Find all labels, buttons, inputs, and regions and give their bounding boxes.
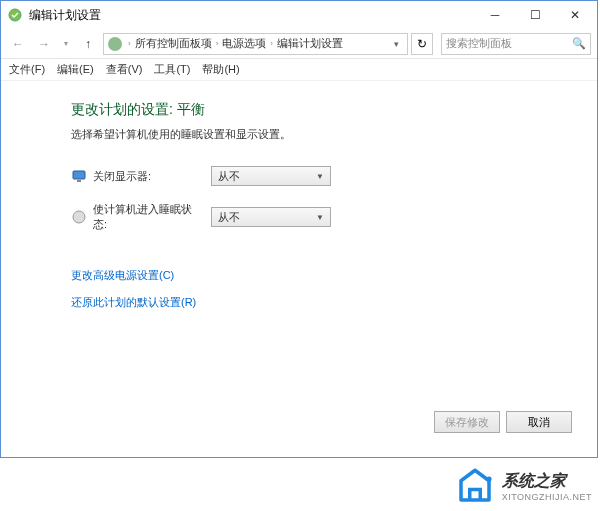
nav-forward-button[interactable]: → [33, 33, 55, 55]
display-row: 关闭显示器: 从不 ▼ [71, 166, 597, 186]
search-icon: 🔍 [572, 37, 586, 50]
svg-point-3 [73, 211, 85, 223]
chevron-down-icon[interactable]: ▾ [394, 39, 403, 49]
display-dropdown[interactable]: 从不 ▼ [211, 166, 331, 186]
refresh-button[interactable]: ↻ [411, 33, 433, 55]
button-bar: 保存修改 取消 [434, 411, 572, 433]
breadcrumb[interactable]: › 所有控制面板项 › 电源选项 › 编辑计划设置 ▾ [103, 33, 408, 55]
advanced-settings-link[interactable]: 更改高级电源设置(C) [71, 268, 597, 283]
window: 编辑计划设置 ─ ☐ ✕ ← → ▾ ↑ › 所有控制面板项 › 电源选项 › … [0, 0, 598, 458]
app-icon [7, 7, 23, 23]
sleep-value: 从不 [218, 210, 240, 225]
menu-view[interactable]: 查看(V) [106, 62, 143, 77]
window-title: 编辑计划设置 [29, 7, 101, 24]
minimize-button[interactable]: ─ [475, 2, 515, 28]
watermark-logo-icon [454, 465, 496, 507]
chevron-right-icon: › [128, 39, 131, 48]
sleep-label: 使计算机进入睡眠状态: [93, 202, 203, 232]
breadcrumb-item[interactable]: 电源选项 [222, 36, 266, 51]
menu-help[interactable]: 帮助(H) [202, 62, 239, 77]
menu-tools[interactable]: 工具(T) [154, 62, 190, 77]
breadcrumb-item[interactable]: 所有控制面板项 [135, 36, 212, 51]
svg-point-4 [486, 476, 491, 481]
chevron-right-icon: › [216, 39, 219, 48]
menu-file[interactable]: 文件(F) [9, 62, 45, 77]
control-panel-icon [108, 37, 122, 51]
svg-rect-2 [77, 180, 81, 182]
svg-rect-1 [73, 171, 85, 179]
titlebar: 编辑计划设置 ─ ☐ ✕ [1, 1, 597, 29]
moon-icon [71, 209, 87, 225]
menu-edit[interactable]: 编辑(E) [57, 62, 94, 77]
display-label: 关闭显示器: [93, 169, 203, 184]
display-value: 从不 [218, 169, 240, 184]
nav-up-button[interactable]: ↑ [77, 33, 99, 55]
breadcrumb-item[interactable]: 编辑计划设置 [277, 36, 343, 51]
chevron-right-icon: › [270, 39, 273, 48]
search-input[interactable]: 搜索控制面板 🔍 [441, 33, 591, 55]
menubar: 文件(F) 编辑(E) 查看(V) 工具(T) 帮助(H) [1, 59, 597, 81]
watermark-url: XITONGZHIJIA.NET [502, 492, 592, 502]
chevron-down-icon: ▼ [316, 213, 324, 222]
restore-defaults-link[interactable]: 还原此计划的默认设置(R) [71, 295, 597, 310]
monitor-icon [71, 168, 87, 184]
sleep-dropdown[interactable]: 从不 ▼ [211, 207, 331, 227]
search-placeholder: 搜索控制面板 [446, 36, 512, 51]
cancel-button[interactable]: 取消 [506, 411, 572, 433]
close-button[interactable]: ✕ [555, 2, 595, 28]
navbar: ← → ▾ ↑ › 所有控制面板项 › 电源选项 › 编辑计划设置 ▾ ↻ 搜索… [1, 29, 597, 59]
page-heading: 更改计划的设置: 平衡 [71, 101, 597, 119]
nav-back-button[interactable]: ← [7, 33, 29, 55]
nav-history-dropdown[interactable]: ▾ [59, 33, 73, 55]
save-button[interactable]: 保存修改 [434, 411, 500, 433]
watermark: 系统之家 XITONGZHIJIA.NET [454, 465, 592, 507]
watermark-text: 系统之家 [502, 471, 592, 492]
chevron-down-icon: ▼ [316, 172, 324, 181]
sleep-row: 使计算机进入睡眠状态: 从不 ▼ [71, 202, 597, 232]
page-subtext: 选择希望计算机使用的睡眠设置和显示设置。 [71, 127, 597, 142]
content-area: 更改计划的设置: 平衡 选择希望计算机使用的睡眠设置和显示设置。 关闭显示器: … [1, 81, 597, 310]
maximize-button[interactable]: ☐ [515, 2, 555, 28]
